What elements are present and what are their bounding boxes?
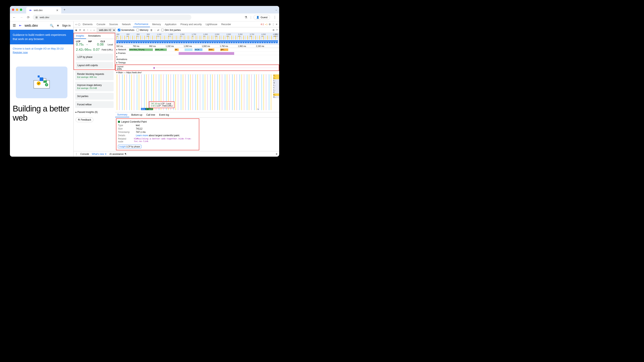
hero-illustration [16,67,68,98]
drawer-close-icon[interactable]: ✕ [276,153,278,156]
drawer-console[interactable]: Console [80,153,89,156]
details-tabs: Summary Bottom-up Call tree Event log [115,112,279,118]
maximize-window[interactable] [20,8,22,11]
tab-bar: web.dev ✕ + ⌄ [10,6,279,13]
profile-button[interactable]: 👤 Guest [254,15,270,20]
close-tab-icon[interactable]: ✕ [56,9,58,12]
feedback-button[interactable]: ⚗ Feedback [76,117,94,122]
theme-toggle-icon[interactable]: ☀ [56,24,59,27]
recording-select[interactable]: web.dev #2 [97,28,116,32]
related-node-link[interactable]: h3#building-a-better-web-together.hide-f… [134,137,197,143]
insight-cls-culprits[interactable]: Layout shift culprits [76,62,113,69]
learn-more-link[interactable]: Learn more [136,134,148,137]
dim-checkbox[interactable]: Dim 3rd parties [161,29,181,31]
main-track-header[interactable]: ▾ Main — https://web.dev/ [115,71,279,74]
help-icon[interactable]: ? [276,29,278,31]
tab-list-dropdown[interactable]: ⌄ [275,8,277,11]
error-count[interactable]: ⊘2 [260,23,264,25]
device-toggle-icon[interactable]: ▢ [78,23,80,26]
site-settings-icon[interactable]: ⊞ [36,16,38,19]
overview-strip[interactable]: 492 ms692 ms892 ms992 ms1,192 ms1,392 ms… [115,33,279,45]
url-text: web.dev [40,16,49,19]
network-track[interactable]: ▸ Network ome-blue_720.png ature_480... … [115,48,279,51]
site-logo-text: web.dev [24,23,38,28]
reload-button[interactable]: ⟳ [26,15,30,20]
insight-forced-reflow[interactable]: Forced reflow [75,101,114,108]
close-window[interactable] [12,8,14,11]
webdev-favicon [29,9,32,12]
drawer-ai[interactable]: AI assistance ⚗ [110,153,126,156]
menu-icon[interactable]: ⋮ [272,15,277,20]
layout-shifts-track[interactable]: Layout shifts ◆ [115,65,279,71]
back-button[interactable]: ← [12,15,17,20]
register-link[interactable]: Register now [13,51,70,54]
svg-rect-2 [40,77,43,81]
timings-track[interactable]: ▸ Timings [115,61,279,65]
insight-3rd-parties[interactable]: 3rd parties [75,93,114,100]
insight-render-blocking[interactable]: Render blocking requests Est savings: 40… [75,71,114,80]
home-icon[interactable]: ⌂ [94,29,95,31]
tab-elements[interactable]: Elements [81,22,94,27]
inspect-icon[interactable]: ▭ [75,23,77,26]
insight-lcp-phase[interactable]: LCP by phase [76,54,113,60]
tab-sources[interactable]: Sources [108,22,120,27]
gc-icon[interactable]: 🗑 [150,29,153,31]
bottomup-tab[interactable]: Bottom-up [129,113,144,117]
settings2-icon[interactable]: ⇄ [157,29,159,31]
tab-privacy[interactable]: Privacy and security [179,22,203,27]
settings-icon[interactable]: ⚙ [269,23,271,26]
drawer-whatsnew[interactable]: What's new ✕ [92,153,107,156]
io-banner: Chrome is back at Google I/O on May 20-2… [10,44,73,57]
main-flame-chart[interactable]: T... x... (... Iz (... c (... F s... E..… [115,74,279,110]
minimize-window[interactable] [16,8,18,11]
tab-performance[interactable]: Performance [133,21,150,27]
insight-image-delivery[interactable]: Improve image delivery Est savings: 25.0… [75,82,114,91]
download-icon[interactable]: ↓ [90,29,92,31]
performance-toolbar: ◉ ⟳ ⊘ ↑ ↓ ⌂ web.dev #2 Screenshots Memor… [74,27,279,33]
signin-link[interactable]: Sign in [62,24,70,27]
clear-icon[interactable]: ⊘ [83,29,85,31]
animations-track[interactable]: ▸ Animations [115,55,279,61]
menu-hamburger-icon[interactable]: ☰ [13,23,16,28]
svg-point-4 [37,81,41,85]
drawer-menu-icon[interactable]: ⋮ [75,153,78,156]
tab-application[interactable]: Application [163,22,178,27]
memory-checkbox[interactable]: Memory [136,29,148,31]
forward-button[interactable]: → [19,15,24,20]
inp-local: - [86,43,97,46]
passed-insights[interactable]: ▸ Passed insights (6) [74,109,115,115]
reload-record-icon[interactable]: ⟳ [79,29,81,31]
summary-tab[interactable]: Summary [115,113,129,117]
inp-field: 66ms [84,48,93,52]
timeline-ruler: 592 ms792 ms992 ms1,192 ms1,392 ms1,592 … [115,45,279,48]
labs-icon[interactable]: ⚗ [244,15,248,20]
details-body: Largest Contentful Paint Typetext Size74… [116,118,199,150]
record-icon[interactable]: ◉ [75,29,77,31]
browser-tab[interactable]: web.dev ✕ [26,7,61,13]
tab-network[interactable]: Network [120,22,132,27]
metrics-grid: LCP INP CLS 0.75s - 0.08 Local 2.42 [74,39,115,53]
tab-recorder[interactable]: Recorder [220,22,232,27]
close-devtools-icon[interactable]: ✕ [276,23,278,26]
annotations-tab[interactable]: Annotations [86,33,102,39]
url-bar[interactable]: ⊞ web.dev [33,15,191,20]
more-icon[interactable]: ⋮ [272,23,274,26]
new-tab-button[interactable]: + [64,8,66,11]
perf-settings-icon[interactable]: ⚙ [272,29,274,31]
frames-track[interactable]: ▸ Frames [115,51,279,55]
insights-tab[interactable]: Insights [74,33,86,39]
eventlog-tab[interactable]: Event log [157,113,171,117]
insight-chip[interactable]: Insight LCP by phase [118,145,141,148]
lcp-color-swatch [118,121,120,123]
warning-count[interactable]: ▪1 [265,23,268,25]
screenshots-checkbox[interactable]: Screenshots [118,29,134,31]
calltree-tab[interactable]: Call tree [144,113,157,117]
upload-icon[interactable]: ↑ [87,29,88,31]
webdev-logo-icon [19,24,22,27]
page-viewport: ☰ web.dev 🔍 ☀ Sign in Guidance to build … [10,21,73,157]
tab-lighthouse[interactable]: Lighthouse [204,22,219,27]
tab-console[interactable]: Console [95,22,107,27]
guest-icon: 👤 [256,16,259,19]
search-icon[interactable]: 🔍 [50,24,54,27]
tab-memory[interactable]: Memory [151,22,162,27]
